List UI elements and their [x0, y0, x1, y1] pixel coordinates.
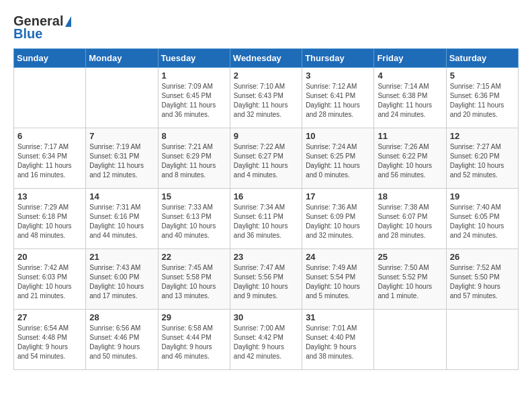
calendar-cell	[446, 310, 518, 370]
weekday-header-row: SundayMondayTuesdayWednesdayThursdayFrid…	[14, 49, 519, 68]
day-info: Sunrise: 7:36 AM Sunset: 6:09 PM Dayligh…	[306, 203, 370, 240]
day-info: Sunrise: 7:12 AM Sunset: 6:41 PM Dayligh…	[306, 82, 370, 120]
day-info: Sunrise: 7:09 AM Sunset: 6:45 PM Dayligh…	[162, 82, 226, 120]
calendar-cell: 4Sunrise: 7:14 AM Sunset: 6:38 PM Daylig…	[374, 68, 446, 128]
day-info: Sunrise: 7:01 AM Sunset: 4:40 PM Dayligh…	[306, 324, 370, 361]
calendar-cell: 8Sunrise: 7:21 AM Sunset: 6:29 PM Daylig…	[158, 128, 230, 189]
calendar-cell: 5Sunrise: 7:15 AM Sunset: 6:36 PM Daylig…	[446, 68, 518, 128]
day-number: 12	[450, 131, 515, 141]
logo: General Blue	[13, 13, 71, 42]
day-info: Sunrise: 7:15 AM Sunset: 6:36 PM Dayligh…	[450, 82, 515, 120]
weekday-header-saturday: Saturday	[446, 49, 518, 68]
calendar-table: SundayMondayTuesdayWednesdayThursdayFrid…	[13, 48, 519, 370]
calendar-cell: 19Sunrise: 7:40 AM Sunset: 6:05 PM Dayli…	[446, 189, 518, 249]
day-number: 21	[89, 252, 154, 262]
day-info: Sunrise: 7:52 AM Sunset: 5:50 PM Dayligh…	[450, 263, 515, 301]
day-number: 6	[17, 131, 82, 141]
calendar-cell: 23Sunrise: 7:47 AM Sunset: 5:56 PM Dayli…	[230, 249, 302, 310]
day-info: Sunrise: 7:47 AM Sunset: 5:56 PM Dayligh…	[234, 263, 298, 301]
day-info: Sunrise: 7:42 AM Sunset: 6:03 PM Dayligh…	[17, 263, 82, 301]
day-number: 28	[89, 312, 154, 322]
day-info: Sunrise: 7:19 AM Sunset: 6:31 PM Dayligh…	[89, 142, 154, 180]
day-number: 22	[162, 252, 226, 262]
day-info: Sunrise: 7:34 AM Sunset: 6:11 PM Dayligh…	[234, 203, 298, 240]
day-number: 7	[89, 131, 154, 141]
calendar-cell	[14, 68, 86, 128]
day-info: Sunrise: 7:22 AM Sunset: 6:27 PM Dayligh…	[234, 142, 298, 180]
day-info: Sunrise: 7:24 AM Sunset: 6:25 PM Dayligh…	[306, 142, 370, 180]
day-number: 30	[234, 312, 298, 322]
day-number: 2	[234, 71, 298, 81]
calendar-week-1: 1Sunrise: 7:09 AM Sunset: 6:45 PM Daylig…	[14, 68, 519, 128]
day-info: Sunrise: 7:33 AM Sunset: 6:13 PM Dayligh…	[162, 203, 226, 240]
calendar-cell	[86, 68, 158, 128]
calendar-week-2: 6Sunrise: 7:17 AM Sunset: 6:34 PM Daylig…	[14, 128, 519, 189]
calendar-cell: 2Sunrise: 7:10 AM Sunset: 6:43 PM Daylig…	[230, 68, 302, 128]
day-info: Sunrise: 7:43 AM Sunset: 6:00 PM Dayligh…	[89, 263, 154, 301]
day-info: Sunrise: 6:58 AM Sunset: 4:44 PM Dayligh…	[162, 324, 226, 361]
calendar-cell: 13Sunrise: 7:29 AM Sunset: 6:18 PM Dayli…	[14, 189, 86, 249]
calendar-cell: 21Sunrise: 7:43 AM Sunset: 6:00 PM Dayli…	[86, 249, 158, 310]
calendar-cell: 18Sunrise: 7:38 AM Sunset: 6:07 PM Dayli…	[374, 189, 446, 249]
day-info: Sunrise: 7:17 AM Sunset: 6:34 PM Dayligh…	[17, 142, 82, 180]
page-header: General Blue	[13, 13, 519, 42]
calendar-cell: 22Sunrise: 7:45 AM Sunset: 5:58 PM Dayli…	[158, 249, 230, 310]
day-number: 14	[89, 191, 154, 201]
day-info: Sunrise: 6:54 AM Sunset: 4:48 PM Dayligh…	[17, 324, 82, 361]
day-info: Sunrise: 7:14 AM Sunset: 6:38 PM Dayligh…	[378, 82, 442, 120]
calendar-cell: 26Sunrise: 7:52 AM Sunset: 5:50 PM Dayli…	[446, 249, 518, 310]
calendar-cell: 29Sunrise: 6:58 AM Sunset: 4:44 PM Dayli…	[158, 310, 230, 370]
weekday-header-tuesday: Tuesday	[158, 49, 230, 68]
day-info: Sunrise: 7:27 AM Sunset: 6:20 PM Dayligh…	[450, 142, 515, 180]
weekday-header-friday: Friday	[374, 49, 446, 68]
day-number: 11	[378, 131, 442, 141]
calendar-cell: 17Sunrise: 7:36 AM Sunset: 6:09 PM Dayli…	[302, 189, 374, 249]
calendar-cell: 25Sunrise: 7:50 AM Sunset: 5:52 PM Dayli…	[374, 249, 446, 310]
day-number: 23	[234, 252, 298, 262]
day-number: 31	[306, 312, 370, 322]
day-number: 1	[162, 71, 226, 81]
day-info: Sunrise: 7:29 AM Sunset: 6:18 PM Dayligh…	[17, 203, 82, 240]
calendar-cell: 10Sunrise: 7:24 AM Sunset: 6:25 PM Dayli…	[302, 128, 374, 189]
calendar-cell: 12Sunrise: 7:27 AM Sunset: 6:20 PM Dayli…	[446, 128, 518, 189]
day-info: Sunrise: 7:50 AM Sunset: 5:52 PM Dayligh…	[378, 263, 442, 301]
day-info: Sunrise: 7:45 AM Sunset: 5:58 PM Dayligh…	[162, 263, 226, 301]
calendar-cell: 14Sunrise: 7:31 AM Sunset: 6:16 PM Dayli…	[86, 189, 158, 249]
day-number: 17	[306, 191, 370, 201]
calendar-cell: 11Sunrise: 7:26 AM Sunset: 6:22 PM Dayli…	[374, 128, 446, 189]
day-number: 8	[162, 131, 226, 141]
day-info: Sunrise: 7:38 AM Sunset: 6:07 PM Dayligh…	[378, 203, 442, 240]
calendar-cell	[374, 310, 446, 370]
calendar-cell: 27Sunrise: 6:54 AM Sunset: 4:48 PM Dayli…	[14, 310, 86, 370]
day-info: Sunrise: 7:00 AM Sunset: 4:42 PM Dayligh…	[234, 324, 298, 361]
calendar-cell: 7Sunrise: 7:19 AM Sunset: 6:31 PM Daylig…	[86, 128, 158, 189]
day-number: 9	[234, 131, 298, 141]
day-number: 10	[306, 131, 370, 141]
day-number: 29	[162, 312, 226, 322]
calendar-week-3: 13Sunrise: 7:29 AM Sunset: 6:18 PM Dayli…	[14, 189, 519, 249]
weekday-header-sunday: Sunday	[14, 49, 86, 68]
day-info: Sunrise: 7:10 AM Sunset: 6:43 PM Dayligh…	[234, 82, 298, 120]
day-number: 24	[306, 252, 370, 262]
calendar-cell: 3Sunrise: 7:12 AM Sunset: 6:41 PM Daylig…	[302, 68, 374, 128]
logo-arrow-icon	[65, 16, 71, 27]
day-number: 27	[17, 312, 82, 322]
calendar-cell: 9Sunrise: 7:22 AM Sunset: 6:27 PM Daylig…	[230, 128, 302, 189]
day-number: 15	[162, 191, 226, 201]
day-info: Sunrise: 7:26 AM Sunset: 6:22 PM Dayligh…	[378, 142, 442, 180]
calendar-week-5: 27Sunrise: 6:54 AM Sunset: 4:48 PM Dayli…	[14, 310, 519, 370]
calendar-cell: 24Sunrise: 7:49 AM Sunset: 5:54 PM Dayli…	[302, 249, 374, 310]
logo-blue: Blue	[13, 26, 42, 42]
day-number: 20	[17, 252, 82, 262]
calendar-cell: 30Sunrise: 7:00 AM Sunset: 4:42 PM Dayli…	[230, 310, 302, 370]
calendar-cell: 16Sunrise: 7:34 AM Sunset: 6:11 PM Dayli…	[230, 189, 302, 249]
day-number: 26	[450, 252, 515, 262]
weekday-header-monday: Monday	[86, 49, 158, 68]
calendar-cell: 15Sunrise: 7:33 AM Sunset: 6:13 PM Dayli…	[158, 189, 230, 249]
day-number: 3	[306, 71, 370, 81]
calendar-cell: 28Sunrise: 6:56 AM Sunset: 4:46 PM Dayli…	[86, 310, 158, 370]
weekday-header-thursday: Thursday	[302, 49, 374, 68]
day-info: Sunrise: 7:40 AM Sunset: 6:05 PM Dayligh…	[450, 203, 515, 240]
day-number: 13	[17, 191, 82, 201]
day-number: 16	[234, 191, 298, 201]
